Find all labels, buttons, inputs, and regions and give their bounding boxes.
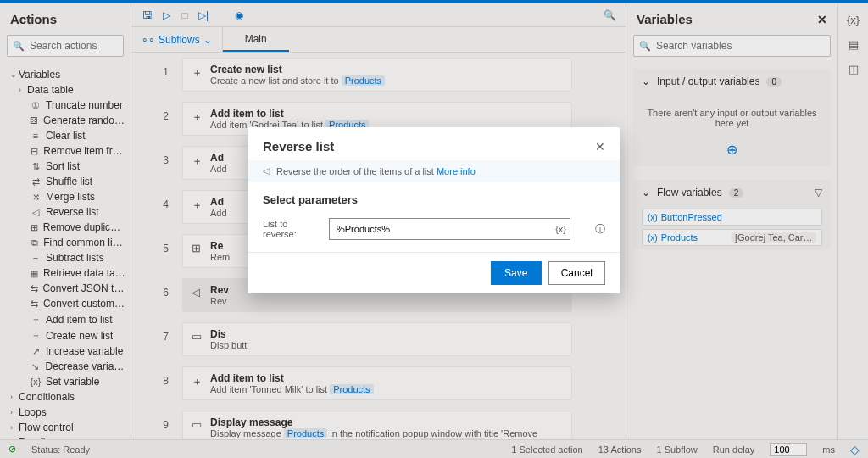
param-label: List to reverse: xyxy=(263,219,322,239)
cancel-button[interactable]: Cancel xyxy=(548,261,605,285)
reverse-list-dialog: Reverse list ✕ ◁ Reverse the order of th… xyxy=(248,127,620,293)
list-to-reverse-input[interactable] xyxy=(329,218,570,240)
info-icon[interactable]: ⓘ xyxy=(595,222,605,237)
save-button[interactable]: Save xyxy=(491,261,542,285)
more-info-link[interactable]: More info xyxy=(437,166,476,176)
variable-picker-icon[interactable]: {x} xyxy=(555,224,566,234)
modal-overlay: Reverse list ✕ ◁ Reverse the order of th… xyxy=(0,0,868,458)
dialog-title: Reverse list xyxy=(263,139,334,154)
dialog-section-title: Select parameters xyxy=(263,193,605,206)
close-icon[interactable]: ✕ xyxy=(595,140,605,154)
reverse-icon: ◁ xyxy=(263,165,270,176)
dialog-info-banner: ◁ Reverse the order of the items of a li… xyxy=(248,160,620,182)
